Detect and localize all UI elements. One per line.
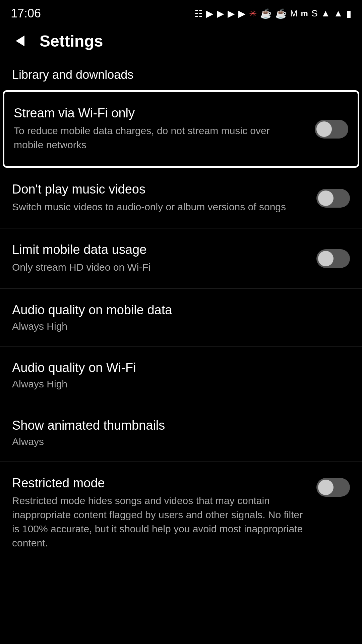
restricted-mode-thumb xyxy=(318,480,334,495)
no-music-videos-toggle[interactable] xyxy=(316,189,350,208)
no-music-videos-thumb xyxy=(318,191,334,206)
setting-no-music-videos-desc: Switch music videos to audio-only or alb… xyxy=(12,200,303,214)
setting-restricted-mode-title: Restricted mode xyxy=(12,476,303,490)
gmail-icon: M xyxy=(290,8,298,19)
youtube-icon-3: ▶ xyxy=(228,8,235,19)
setting-animated-thumbnails-value: Always xyxy=(12,436,44,447)
setting-restricted-mode-desc: Restricted mode hides songs and videos t… xyxy=(12,494,303,550)
setting-limit-data-text: Limit mobile data usage Only stream HD v… xyxy=(12,243,316,274)
header: Settings xyxy=(0,24,362,58)
setting-animated-thumbnails[interactable]: Show animated thumbnails Always xyxy=(0,404,362,462)
section-label: Library and downloads xyxy=(12,68,133,82)
setting-no-music-videos-text: Don't play music videos Switch music vid… xyxy=(12,182,316,214)
setting-no-music-videos[interactable]: Don't play music videos Switch music vid… xyxy=(0,168,362,228)
restricted-mode-toggle[interactable] xyxy=(316,478,350,497)
limit-data-thumb xyxy=(318,251,334,266)
setting-no-music-videos-title: Don't play music videos xyxy=(12,182,303,197)
app-icon-2: ☕ xyxy=(275,8,287,19)
page-title: Settings xyxy=(40,32,103,50)
setting-stream-wifi[interactable]: Stream via Wi-Fi only To reduce mobile d… xyxy=(3,90,359,168)
stream-wifi-thumb xyxy=(316,121,332,137)
setting-limit-data-desc: Only stream HD video on Wi-Fi xyxy=(12,260,303,274)
sun-icon: ✳ xyxy=(249,8,257,19)
status-time: 17:06 xyxy=(11,6,41,20)
wifi-icon: ▲ xyxy=(321,8,330,19)
status-bar: 17:06 ☷ ▶ ▶ ▶ ▶ ✳ ☕ ☕ M m S ▲ ▲ ▮ xyxy=(0,0,362,24)
stream-wifi-toggle[interactable] xyxy=(315,120,348,139)
setting-audio-wifi[interactable]: Audio quality on Wi-Fi Always High xyxy=(0,346,362,404)
signal-icon: ▲ xyxy=(334,8,343,19)
notification-icon: ☷ xyxy=(194,8,203,19)
status-icons: ☷ ▶ ▶ ▶ ▶ ✳ ☕ ☕ M m S ▲ ▲ ▮ xyxy=(194,8,351,19)
app-icon-1: ☕ xyxy=(260,8,272,19)
setting-audio-mobile-title: Audio quality on mobile data xyxy=(12,303,172,317)
setting-limit-data[interactable]: Limit mobile data usage Only stream HD v… xyxy=(0,228,362,288)
setting-restricted-mode-text: Restricted mode Restricted mode hides so… xyxy=(12,476,316,550)
back-arrow-icon xyxy=(16,36,24,46)
section-header: Library and downloads xyxy=(0,58,362,90)
app-icon-4: S xyxy=(311,8,318,19)
setting-audio-wifi-value: Always High xyxy=(12,378,67,390)
battery-icon: ▮ xyxy=(346,8,351,19)
app-icon-3: m xyxy=(301,9,308,18)
setting-stream-wifi-text: Stream via Wi-Fi only To reduce mobile d… xyxy=(14,106,315,152)
setting-audio-mobile[interactable]: Audio quality on mobile data Always High xyxy=(0,289,362,346)
youtube-icon-4: ▶ xyxy=(238,8,246,19)
settings-list: Stream via Wi-Fi only To reduce mobile d… xyxy=(0,90,362,564)
setting-restricted-mode[interactable]: Restricted mode Restricted mode hides so… xyxy=(0,462,362,564)
youtube-icon-1: ▶ xyxy=(206,8,214,19)
setting-limit-data-title: Limit mobile data usage xyxy=(12,243,303,257)
setting-stream-wifi-desc: To reduce mobile data charges, do not st… xyxy=(14,124,301,152)
setting-audio-wifi-title: Audio quality on Wi-Fi xyxy=(12,361,136,375)
limit-data-toggle[interactable] xyxy=(316,249,350,268)
youtube-icon-2: ▶ xyxy=(217,8,224,19)
back-button[interactable] xyxy=(11,32,29,50)
setting-animated-thumbnails-title: Show animated thumbnails xyxy=(12,418,165,433)
setting-stream-wifi-title: Stream via Wi-Fi only xyxy=(14,106,301,120)
setting-audio-mobile-value: Always High xyxy=(12,321,67,332)
